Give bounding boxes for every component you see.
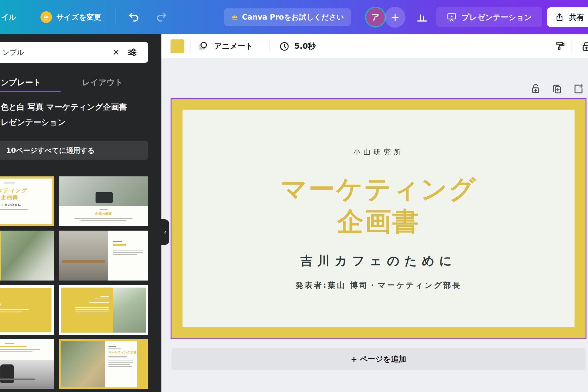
slide-company-text[interactable]: 小山研究所 xyxy=(353,147,404,157)
redo-button[interactable] xyxy=(155,11,167,23)
unlock-page-icon[interactable] xyxy=(530,83,542,95)
slide-title-line-1: マーケティング xyxy=(280,173,477,205)
text-line xyxy=(113,251,143,251)
search-input[interactable]: ンプル xyxy=(2,42,24,63)
thumbnail-template-1[interactable]: ーケティング 企画書 カフェのために xyxy=(0,176,54,226)
heading-line-1: 色と白 写真 マーケティング企画書 xyxy=(1,99,148,115)
text-line xyxy=(108,366,132,367)
slide-page-1[interactable]: 小山研究所 マーケティング 企画書 吉川カフェのために 発表者:葉山 博司・マー… xyxy=(172,99,586,338)
text-line xyxy=(108,360,133,360)
heading-line-2: レゼンテーション xyxy=(1,115,148,130)
thumbnail-template-8[interactable]: マーケティング予算 xyxy=(59,339,148,389)
toolbar-divider xyxy=(269,40,270,52)
top-bar: イル サイズを変更 Canva Proをお試しください ア + プレゼンテーショ… xyxy=(0,0,588,34)
thumbnail-6-photo xyxy=(113,288,146,333)
thumbnail-1-title-1: ーケティング xyxy=(0,187,27,194)
text-line xyxy=(4,183,15,183)
yellow-strip xyxy=(137,341,146,387)
shelf-shape xyxy=(62,260,105,263)
share-button[interactable]: 共有 xyxy=(547,7,588,27)
file-menu[interactable]: イル xyxy=(1,12,16,22)
tab-templates[interactable]: ンプレート xyxy=(1,77,41,88)
yellow-title-line xyxy=(113,244,126,246)
text-line xyxy=(108,346,116,347)
slide-title[interactable]: マーケティング 企画書 xyxy=(280,173,477,238)
text-line xyxy=(74,218,133,219)
desk-shape xyxy=(0,379,35,380)
thumbnail-template-3[interactable] xyxy=(0,231,54,281)
add-page-button[interactable]: + ページを追加 xyxy=(172,348,586,370)
thumbnail-template-4[interactable] xyxy=(59,231,148,281)
present-button-label: プレゼンテーション xyxy=(462,12,532,22)
background-color-swatch[interactable] xyxy=(171,40,184,53)
thumbnail-6-inner xyxy=(61,288,146,333)
thumbnail-2-title: 企画の概要 xyxy=(95,212,112,216)
resize-button[interactable]: サイズを変更 xyxy=(56,12,101,22)
text-line xyxy=(100,296,109,297)
thumbnail-1-title-2: 企画書 xyxy=(1,194,18,201)
duration-button[interactable]: 5.0秒 xyxy=(294,34,315,58)
text-line xyxy=(75,311,109,311)
invite-plus-button[interactable]: + xyxy=(385,7,405,28)
toolbar-divider xyxy=(190,40,191,52)
slide-title-line-2: 企画書 xyxy=(280,205,477,238)
animate-button[interactable]: アニメート xyxy=(214,34,253,58)
add-page-icon[interactable] xyxy=(572,83,584,95)
sidebar-collapse-handle[interactable]: ‹ xyxy=(161,219,169,245)
text-line xyxy=(0,351,32,352)
thumbnail-7-photo xyxy=(0,360,54,389)
thumbnail-7-header xyxy=(0,339,54,360)
crown-icon xyxy=(231,13,238,21)
text-line xyxy=(75,307,109,308)
share-button-label: 共有 xyxy=(569,12,584,22)
text-line xyxy=(100,209,107,210)
undo-button[interactable] xyxy=(128,11,140,23)
paint-roller-icon[interactable] xyxy=(555,40,566,52)
thumbnail-8-photo xyxy=(61,341,105,387)
present-button[interactable]: プレゼンテーション xyxy=(436,7,542,27)
duplicate-page-icon[interactable] xyxy=(551,83,563,95)
text-line xyxy=(113,249,143,249)
thumbnail-template-2[interactable]: 企画の概要 xyxy=(59,176,148,226)
apply-all-pages-button[interactable]: 10ページすべてに適用する xyxy=(0,141,148,160)
text-line xyxy=(108,349,121,349)
thumbnail-template-6[interactable] xyxy=(59,285,148,335)
insights-button[interactable] xyxy=(414,9,430,25)
thumbnail-2-body: 企画の概要 xyxy=(59,206,148,226)
thumbnail-3-photo xyxy=(1,231,54,281)
text-line xyxy=(108,356,127,357)
share-icon xyxy=(555,13,564,22)
text-line xyxy=(81,313,109,313)
presentation-icon xyxy=(446,12,457,23)
thumbnail-6-yellow-panel xyxy=(61,288,113,333)
template-heading: 色と白 写真 マーケティング企画書 レゼンテーション xyxy=(1,99,148,130)
filter-icon[interactable] xyxy=(127,47,138,58)
lock-icon[interactable] xyxy=(580,40,588,52)
slide-subtitle[interactable]: 吉川カフェのために xyxy=(300,252,457,269)
bar-chart-icon xyxy=(416,11,428,23)
active-tab-underline xyxy=(0,91,61,92)
text-line xyxy=(94,299,109,300)
thumbnail-template-5[interactable] xyxy=(0,285,54,335)
thumbnail-8-title: マーケティング予算 xyxy=(108,350,137,355)
canvas-toolbar: アニメート 5.0秒 xyxy=(161,34,588,58)
toolbar-divider xyxy=(571,40,571,52)
text-line xyxy=(0,349,40,350)
duration-clock-icon[interactable] xyxy=(279,41,290,52)
yellow-title-line xyxy=(0,346,27,347)
animate-button-icon[interactable] xyxy=(197,40,209,52)
thumbnail-template-7[interactable] xyxy=(0,339,54,389)
slide-presenter-text[interactable]: 発表者:葉山 博司・マーケティング部長 xyxy=(296,280,462,290)
crown-icon xyxy=(40,11,52,23)
text-line xyxy=(0,309,29,310)
text-line xyxy=(108,364,130,365)
text-line xyxy=(0,311,23,311)
tab-layouts[interactable]: レイアウト xyxy=(82,77,123,88)
text-line xyxy=(0,303,1,305)
avatar[interactable]: ア xyxy=(365,7,386,28)
slide-selection-frame[interactable]: 小山研究所 マーケティング 企画書 吉川カフェのために 発表者:葉山 博司・マー… xyxy=(171,98,586,339)
canva-pro-trial-button[interactable]: Canva Proをお試しください xyxy=(224,8,351,26)
clear-search-icon[interactable]: ✕ xyxy=(110,42,123,63)
text-line xyxy=(113,241,122,242)
search-box[interactable]: ンプル ✕ xyxy=(0,42,148,63)
